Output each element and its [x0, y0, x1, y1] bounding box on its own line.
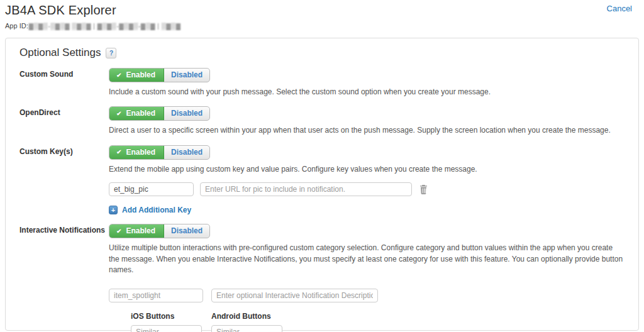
open-direct-label: OpenDirect — [19, 106, 109, 136]
interactive-notifications-label: Interactive Notifications — [19, 224, 109, 332]
open-direct-disabled-button[interactable]: Disabled — [164, 107, 209, 120]
interactive-notifications-content: ✔Enabled Disabled Utilize multiple butto… — [109, 224, 625, 332]
app-id-row: App ID: ▓▒▓▒-▒▓▒▓ ▒▓▒▓ | ▓▒▓▒-▓▒▓▒-▓▒▓ |… — [5, 22, 633, 30]
app-id-value-redacted: ▓▒▓▒-▒▓▒▓ ▒▓▒▓ | ▓▒▓▒-▓▒▓▒-▓▒▓ | ▒▓▒▓ — [29, 23, 181, 30]
jb4a-sdk-explorer-page: JB4A SDK Explorer App ID: ▓▒▓▒-▒▓▒▓ ▒▓▒▓… — [0, 0, 644, 332]
custom-key-value-row — [109, 182, 625, 196]
ios-button-1-input[interactable] — [131, 325, 202, 332]
cancel-link[interactable]: Cancel — [607, 4, 632, 13]
interactive-notifications-row: Interactive Notifications ✔Enabled Disab… — [19, 224, 625, 332]
interactive-category-row — [109, 289, 625, 302]
check-icon: ✔ — [116, 148, 121, 155]
help-icon[interactable]: ? — [106, 48, 116, 58]
custom-sound-label: Custom Sound — [19, 68, 109, 97]
interactive-description-input[interactable] — [211, 289, 378, 302]
ios-buttons-header: iOS Buttons — [131, 312, 202, 321]
delete-key-button[interactable] — [419, 185, 428, 194]
custom-keys-disabled-button[interactable]: Disabled — [164, 146, 209, 159]
android-buttons-header: Android Buttons — [211, 312, 282, 321]
custom-keys-label: Custom Key(s) — [19, 145, 109, 215]
page-header: JB4A SDK Explorer App ID: ▓▒▓▒-▒▓▒▓ ▒▓▒▓… — [0, 0, 644, 30]
interactive-category-input[interactable] — [109, 289, 203, 302]
add-additional-key-label: Add Additional Key — [122, 206, 191, 214]
panel-heading-row: Optional Settings ? — [19, 47, 625, 59]
app-id-label: App ID: — [5, 22, 28, 30]
interactive-notifications-disabled-button[interactable]: Disabled — [164, 224, 209, 238]
add-additional-key-link[interactable]: + Add Additional Key — [109, 206, 191, 214]
custom-keys-toggle: ✔Enabled Disabled — [109, 145, 210, 160]
open-direct-content: ✔Enabled Disabled Direct a user to a spe… — [109, 106, 625, 136]
check-icon: ✔ — [116, 110, 121, 117]
custom-sound-enabled-button[interactable]: ✔Enabled — [109, 69, 164, 82]
open-direct-row: OpenDirect ✔Enabled Disabled Direct a us… — [19, 106, 625, 136]
ios-buttons-column: iOS Buttons — [131, 312, 202, 332]
custom-key-value-input[interactable] — [200, 182, 412, 196]
check-icon: ✔ — [116, 228, 121, 235]
panel-heading: Optional Settings — [19, 47, 101, 59]
custom-keys-row: Custom Key(s) ✔Enabled Disabled Extend t… — [19, 145, 625, 215]
platform-buttons-columns: iOS Buttons Android Buttons — [131, 312, 625, 332]
custom-keys-content: ✔Enabled Disabled Extend the mobile app … — [109, 145, 625, 215]
open-direct-toggle: ✔Enabled Disabled — [109, 106, 210, 121]
custom-keys-description: Extend the mobile app using custom key a… — [109, 164, 625, 175]
interactive-notifications-description: Utilize multiple button interactions wit… — [109, 243, 625, 275]
custom-sound-content: ✔Enabled Disabled Include a custom sound… — [109, 68, 625, 97]
android-buttons-column: Android Buttons — [211, 312, 282, 332]
plus-icon: + — [109, 206, 118, 214]
custom-sound-disabled-button[interactable]: Disabled — [164, 69, 209, 82]
custom-key-name-input[interactable] — [109, 182, 194, 196]
open-direct-description: Direct a user to a specific screen withi… — [109, 125, 625, 136]
trash-icon — [419, 185, 428, 194]
custom-keys-enabled-button[interactable]: ✔Enabled — [109, 146, 164, 159]
optional-settings-panel: Optional Settings ? Custom Sound ✔Enable… — [5, 38, 639, 331]
custom-sound-row: Custom Sound ✔Enabled Disabled Include a… — [19, 68, 625, 97]
interactive-notifications-enabled-button[interactable]: ✔Enabled — [109, 224, 164, 238]
android-button-1-input[interactable] — [211, 325, 282, 332]
open-direct-enabled-button[interactable]: ✔Enabled — [109, 107, 164, 120]
custom-sound-description: Include a custom sound with your push me… — [109, 87, 625, 97]
interactive-notifications-toggle: ✔Enabled Disabled — [109, 224, 210, 238]
check-icon: ✔ — [116, 72, 121, 79]
custom-sound-toggle: ✔Enabled Disabled — [109, 68, 210, 82]
page-title: JB4A SDK Explorer — [5, 3, 633, 18]
